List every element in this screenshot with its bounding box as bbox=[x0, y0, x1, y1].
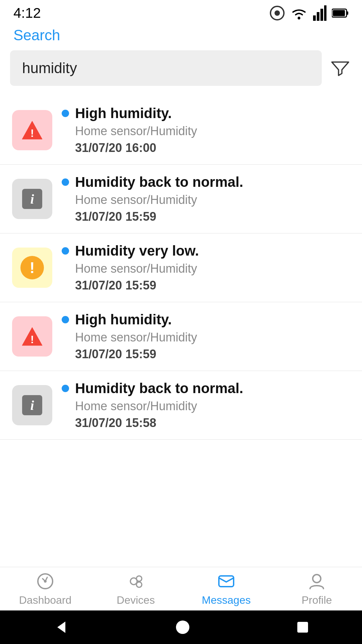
wifi-icon bbox=[290, 6, 308, 20]
bottom-nav: Dashboard Devices Messages Profile bbox=[0, 567, 362, 610]
filter-icon bbox=[330, 58, 350, 78]
unread-dot bbox=[62, 247, 69, 255]
svg-point-1 bbox=[275, 10, 280, 16]
notif-subtitle: Home sensor/Humidity bbox=[62, 124, 350, 138]
svg-rect-4 bbox=[317, 12, 319, 21]
notif-time: 31/07/20 15:58 bbox=[62, 416, 350, 430]
status-icons bbox=[269, 5, 349, 21]
alert-triangle-icon: ! bbox=[20, 325, 44, 348]
svg-rect-5 bbox=[320, 9, 323, 21]
notification-item-3[interactable]: ! Humidity very low. Home sensor/Humidit… bbox=[0, 233, 362, 302]
notif-title-row: Humidity back to normal. bbox=[62, 174, 350, 190]
alert-icon-wrapper: ! bbox=[12, 110, 52, 150]
status-bar: 4:12 bbox=[0, 0, 362, 23]
notif-time: 31/07/20 15:59 bbox=[62, 210, 350, 224]
info-icon-wrapper: i bbox=[12, 385, 52, 425]
svg-text:!: ! bbox=[31, 333, 34, 345]
unread-dot bbox=[62, 110, 69, 117]
signal-icon bbox=[313, 5, 326, 21]
nav-item-dashboard[interactable]: Dashboard bbox=[0, 571, 90, 606]
home-button[interactable] bbox=[175, 620, 190, 635]
notif-subtitle: Home sensor/Humidity bbox=[62, 262, 350, 276]
notif-content-1: High humidity. Home sensor/Humidity 31/0… bbox=[62, 105, 350, 155]
svg-point-22 bbox=[313, 575, 321, 583]
info-icon-box: i bbox=[22, 189, 42, 209]
unread-dot bbox=[62, 316, 69, 323]
svg-rect-8 bbox=[347, 11, 348, 15]
search-input-wrapper[interactable]: humidity bbox=[10, 50, 322, 86]
battery-icon bbox=[332, 8, 349, 18]
notif-time: 31/07/20 15:59 bbox=[62, 347, 350, 361]
warning-circle-icon: ! bbox=[20, 256, 44, 279]
notif-title: High humidity. bbox=[75, 312, 172, 328]
notif-time: 31/07/20 16:00 bbox=[62, 141, 350, 155]
dashboard-nav-icon bbox=[35, 571, 55, 591]
back-button[interactable] bbox=[53, 619, 69, 636]
messages-nav-icon bbox=[216, 571, 236, 591]
notif-content-2: Humidity back to normal. Home sensor/Hum… bbox=[62, 174, 350, 224]
nav-item-devices[interactable]: Devices bbox=[90, 571, 181, 606]
status-time: 4:12 bbox=[13, 5, 41, 21]
notif-subtitle: Home sensor/Humidity bbox=[62, 399, 350, 413]
warning-icon-text: ! bbox=[29, 260, 35, 275]
recent-button[interactable] bbox=[296, 621, 309, 634]
svg-point-2 bbox=[298, 17, 300, 19]
notif-title: Humidity back to normal. bbox=[75, 174, 243, 190]
svg-text:!: ! bbox=[31, 127, 34, 139]
devices-nav-label: Devices bbox=[117, 594, 155, 606]
notif-title-row: Humidity very low. bbox=[62, 243, 350, 259]
notif-title: High humidity. bbox=[75, 105, 172, 121]
notif-title: Humidity very low. bbox=[75, 243, 199, 259]
svg-point-24 bbox=[176, 621, 189, 634]
dnd-icon bbox=[269, 5, 285, 21]
notif-subtitle: Home sensor/Humidity bbox=[62, 193, 350, 207]
svg-line-20 bbox=[136, 583, 137, 583]
info-icon-text: i bbox=[30, 397, 34, 413]
notif-title-row: High humidity. bbox=[62, 105, 350, 121]
svg-rect-3 bbox=[313, 15, 316, 21]
notif-title-row: High humidity. bbox=[62, 312, 350, 328]
search-page-title[interactable]: Search bbox=[13, 27, 60, 43]
notif-content-4: High humidity. Home sensor/Humidity 31/0… bbox=[62, 312, 350, 361]
svg-rect-9 bbox=[333, 10, 345, 16]
warning-icon-wrapper: ! bbox=[12, 248, 52, 288]
search-header: Search bbox=[0, 23, 362, 50]
alert-triangle-icon: ! bbox=[20, 118, 44, 142]
profile-nav-icon bbox=[307, 571, 327, 591]
notif-subtitle: Home sensor/Humidity bbox=[62, 330, 350, 344]
svg-rect-25 bbox=[297, 622, 308, 633]
notification-item-1[interactable]: ! High humidity. Home sensor/Humidity 31… bbox=[0, 96, 362, 165]
devices-nav-icon bbox=[126, 571, 146, 591]
notif-title-row: Humidity back to normal. bbox=[62, 380, 350, 396]
notification-item-2[interactable]: i Humidity back to normal. Home sensor/H… bbox=[0, 165, 362, 233]
notifications-list: ! High humidity. Home sensor/Humidity 31… bbox=[0, 96, 362, 440]
notif-content-5: Humidity back to normal. Home sensor/Hum… bbox=[62, 380, 350, 430]
notif-content-3: Humidity very low. Home sensor/Humidity … bbox=[62, 243, 350, 292]
svg-rect-6 bbox=[324, 5, 326, 21]
messages-nav-label: Messages bbox=[202, 594, 251, 606]
profile-nav-label: Profile bbox=[302, 594, 332, 606]
dashboard-nav-label: Dashboard bbox=[19, 594, 72, 606]
notif-title: Humidity back to normal. bbox=[75, 380, 243, 396]
alert-icon-wrapper: ! bbox=[12, 316, 52, 357]
svg-point-15 bbox=[44, 580, 47, 583]
notif-time: 31/07/20 15:59 bbox=[62, 278, 350, 292]
unread-dot bbox=[62, 385, 69, 392]
info-icon-wrapper: i bbox=[12, 179, 52, 219]
system-nav bbox=[0, 610, 362, 644]
unread-dot bbox=[62, 178, 69, 186]
search-bar-container: humidity bbox=[0, 50, 362, 96]
svg-marker-23 bbox=[57, 622, 65, 633]
nav-item-messages[interactable]: Messages bbox=[181, 571, 272, 606]
nav-item-profile[interactable]: Profile bbox=[272, 571, 362, 606]
notification-item-5[interactable]: i Humidity back to normal. Home sensor/H… bbox=[0, 371, 362, 440]
filter-button[interactable] bbox=[328, 56, 352, 80]
svg-point-17 bbox=[136, 576, 142, 581]
search-input-value: humidity bbox=[22, 60, 77, 76]
svg-point-18 bbox=[136, 582, 142, 587]
info-icon-text: i bbox=[30, 191, 34, 207]
info-icon-box: i bbox=[22, 395, 42, 415]
notification-item-4[interactable]: ! High humidity. Home sensor/Humidity 31… bbox=[0, 302, 362, 371]
